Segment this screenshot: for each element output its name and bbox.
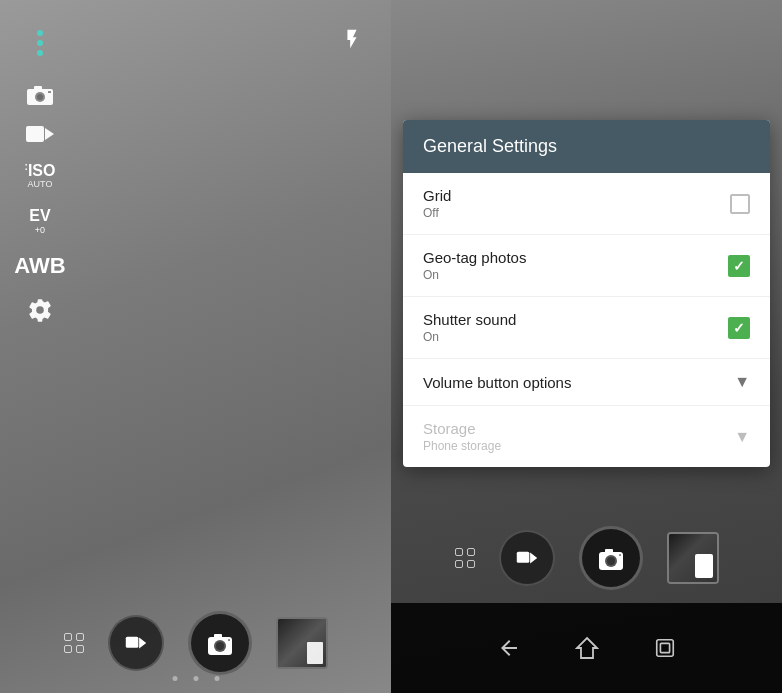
storage-subtitle: Phone storage (423, 439, 501, 453)
back-button[interactable] (485, 624, 533, 672)
mode-dot (64, 645, 72, 653)
storage-label: Storage Phone storage (423, 420, 501, 453)
geotag-checkbox[interactable]: ✓ (728, 255, 750, 277)
nav-dot-1 (172, 676, 177, 681)
video-button-right[interactable] (499, 530, 555, 586)
grid-setting-label: Grid Off (423, 187, 451, 220)
mode-dot (76, 645, 84, 653)
volume-button-label: Volume button options (423, 374, 571, 391)
settings-header: General Settings (403, 120, 770, 173)
svg-rect-19 (605, 549, 613, 553)
dot-3 (37, 50, 43, 56)
home-button[interactable] (563, 624, 611, 672)
thumb-object (307, 642, 323, 664)
storage-dropdown-icon: ▼ (734, 428, 750, 446)
volume-button-dropdown-icon: ▼ (734, 373, 750, 391)
bottom-nav-bar (391, 603, 782, 693)
bottom-cam-bar-right (391, 513, 782, 603)
svg-rect-7 (125, 637, 138, 648)
svg-marker-15 (530, 553, 537, 564)
svg-rect-12 (214, 634, 222, 638)
thumbnail-image-left (278, 619, 326, 667)
mode-dot-r (455, 548, 463, 556)
camera-mode-icon[interactable] (26, 84, 54, 106)
svg-rect-3 (34, 86, 42, 90)
nav-dots (172, 676, 219, 681)
nav-dot-3 (214, 676, 219, 681)
grid-checkbox[interactable] (730, 194, 750, 214)
recents-button[interactable] (641, 624, 689, 672)
mode-dot (64, 633, 72, 641)
svg-rect-13 (228, 639, 230, 641)
grid-subtitle: Off (423, 206, 451, 220)
shutter-sound-checkbox[interactable]: ✓ (728, 317, 750, 339)
mode-dot (76, 633, 84, 641)
last-photo-thumbnail-right[interactable] (667, 532, 719, 584)
grid-title: Grid (423, 187, 451, 204)
thumbnail-object (695, 554, 713, 578)
geotag-title: Geo-tag photos (423, 249, 526, 266)
svg-rect-5 (26, 126, 44, 142)
shutter-sound-subtitle: On (423, 330, 516, 344)
shutter-sound-setting[interactable]: Shutter sound On ✓ (403, 297, 770, 359)
right-camera-panel: General Settings Grid Off Geo-tag photos… (391, 0, 782, 693)
thumbnail-image-right (669, 534, 717, 582)
menu-dots[interactable] (37, 30, 43, 56)
svg-point-18 (607, 557, 615, 565)
shutter-button[interactable] (188, 611, 252, 675)
video-mode-icon[interactable] (25, 124, 55, 144)
geotag-setting-label: Geo-tag photos On (423, 249, 526, 282)
svg-rect-20 (619, 554, 621, 556)
svg-rect-22 (656, 640, 673, 657)
settings-icon[interactable] (27, 297, 53, 323)
grid-setting[interactable]: Grid Off (403, 173, 770, 235)
ev-value: +0 (35, 225, 45, 235)
awb-control[interactable]: AWB (14, 253, 65, 279)
geotag-setting[interactable]: Geo-tag photos On ✓ (403, 235, 770, 297)
storage-setting[interactable]: Storage Phone storage ▼ (403, 406, 770, 467)
svg-rect-23 (660, 643, 669, 652)
iso-label: :ISO (25, 162, 56, 179)
nav-dot-2 (193, 676, 198, 681)
shutter-sound-title: Shutter sound (423, 311, 516, 328)
mode-dot-r (467, 560, 475, 568)
iso-value: AUTO (28, 179, 53, 189)
iso-control[interactable]: :ISO AUTO (25, 162, 56, 189)
geotag-subtitle: On (423, 268, 526, 282)
last-photo-thumbnail-left[interactable] (276, 617, 328, 669)
shutter-button-right[interactable] (579, 526, 643, 590)
flash-icon[interactable] (341, 28, 363, 56)
shutter-sound-label: Shutter sound On (423, 311, 516, 344)
video-button[interactable] (108, 615, 164, 671)
volume-button-title: Volume button options (423, 374, 571, 391)
volume-button-setting[interactable]: Volume button options ▼ (403, 359, 770, 406)
dot-1 (37, 30, 43, 36)
mode-dot-r (467, 548, 475, 556)
left-camera-panel: :ISO AUTO EV +0 AWB (0, 0, 391, 693)
svg-rect-4 (48, 91, 51, 93)
svg-marker-21 (577, 638, 597, 658)
svg-point-2 (37, 94, 43, 100)
svg-point-11 (216, 642, 224, 650)
ev-label: EV (29, 207, 50, 225)
settings-title: General Settings (423, 136, 750, 157)
mode-selector-right[interactable] (455, 548, 475, 568)
dot-2 (37, 40, 43, 46)
svg-marker-6 (45, 128, 54, 140)
left-sidebar: :ISO AUTO EV +0 AWB (0, 0, 80, 693)
storage-title: Storage (423, 420, 501, 437)
general-settings-panel: General Settings Grid Off Geo-tag photos… (403, 120, 770, 467)
ev-control[interactable]: EV +0 (29, 207, 50, 235)
svg-marker-8 (139, 638, 146, 649)
mode-selector[interactable] (64, 633, 84, 653)
svg-rect-14 (516, 552, 529, 563)
mode-dot-r (455, 560, 463, 568)
